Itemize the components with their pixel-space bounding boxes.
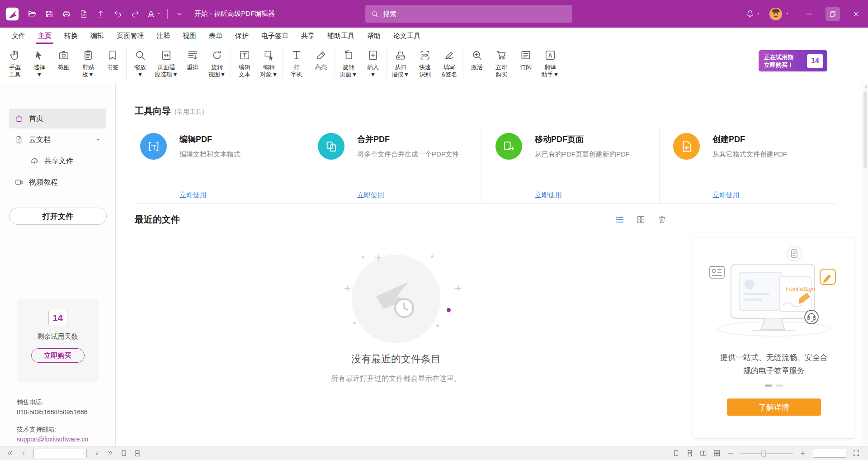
- scroll-up-icon[interactable]: [863, 84, 868, 90]
- ribbon-fit-page-options-button[interactable]: 页面适应选项▼: [152, 46, 180, 78]
- scanner-icon: [395, 47, 406, 64]
- learn-more-button[interactable]: 了解详情: [727, 398, 821, 416]
- sidebar-item-home[interactable]: 首页: [9, 109, 106, 128]
- menu-tab-edit[interactable]: 编辑: [84, 28, 110, 44]
- use-now-link-merge-pdf[interactable]: 立即使用: [357, 191, 384, 199]
- redo-button[interactable]: [127, 6, 143, 22]
- list-view-button[interactable]: [615, 215, 624, 224]
- open-file-button[interactable]: 打开文件: [9, 208, 107, 225]
- reflow-icon: [187, 47, 198, 64]
- trial-banner[interactable]: 正在试用期 立即购买！ 14: [759, 50, 827, 71]
- menu-tab-file[interactable]: 文件: [5, 28, 32, 44]
- menu-tab-form[interactable]: 表单: [203, 28, 229, 44]
- ribbon-activate-label: 激活: [471, 64, 483, 71]
- ribbon-typewriter-button[interactable]: 打字机: [284, 46, 309, 78]
- close-icon: [852, 10, 860, 18]
- ribbon-reflow-button[interactable]: 重排: [180, 46, 205, 71]
- sparkle-dot: [362, 256, 364, 259]
- carousel-dot-1[interactable]: [765, 384, 772, 387]
- zoom-slider-thumb[interactable]: [762, 450, 766, 457]
- zoom-level-input[interactable]: [813, 450, 846, 458]
- notifications-button[interactable]: [743, 5, 763, 23]
- menu-tab-accessibility[interactable]: 辅助工具: [321, 28, 361, 44]
- menu-tab-home[interactable]: 主页: [32, 28, 58, 44]
- close-button[interactable]: [844, 0, 868, 28]
- caret-down-icon: [81, 451, 85, 455]
- ribbon-insert-pages-button[interactable]: 插入▼: [361, 46, 385, 78]
- ribbon-select-tool-button[interactable]: 选择▼: [27, 46, 52, 78]
- restore-button[interactable]: [821, 0, 844, 28]
- ribbon-highlight-button[interactable]: 高亮: [309, 46, 333, 71]
- zoom-out-button[interactable]: [727, 450, 734, 457]
- ribbon-buy-now-button[interactable]: 立即购买: [489, 46, 514, 78]
- zoom-slider[interactable]: [741, 453, 793, 454]
- stamp-tool-button[interactable]: [145, 6, 163, 22]
- ribbon-from-scanner-button[interactable]: 从扫描仪▼: [388, 46, 413, 78]
- ribbon-clipboard-button[interactable]: 剪贴板▼: [76, 46, 100, 78]
- menu-tab-share[interactable]: 共享: [295, 28, 321, 44]
- menu-tab-convert[interactable]: 转换: [58, 28, 84, 44]
- ribbon-translate-assistant-button[interactable]: A翻译助手▼: [538, 46, 562, 78]
- page-number-input[interactable]: [34, 450, 86, 457]
- undo-button[interactable]: [110, 6, 126, 22]
- facing-mode-button[interactable]: [700, 450, 707, 457]
- support-email-link[interactable]: support@foxitsoftware.cn: [17, 434, 88, 444]
- use-now-link-move-pdf-pages[interactable]: 立即使用: [535, 191, 562, 199]
- use-now-link-edit-pdf[interactable]: 立即使用: [179, 191, 207, 199]
- global-search[interactable]: [365, 5, 572, 23]
- ribbon-fill-sign-button[interactable]: 填写&签名: [437, 46, 462, 78]
- next-view-button[interactable]: [134, 450, 141, 457]
- print-button[interactable]: [59, 6, 74, 22]
- window-title: 开始 - 福昕高级PDF编辑器: [194, 9, 275, 18]
- ribbon-subscribe-button[interactable]: 订阅: [514, 46, 538, 71]
- menu-tab-comment[interactable]: 注释: [150, 28, 176, 44]
- grid-view-button[interactable]: [636, 215, 646, 224]
- sidebar-item-shared-files[interactable]: 共享文件: [9, 151, 106, 171]
- carousel-dot-2[interactable]: [776, 384, 783, 387]
- menu-tab-paper-tools[interactable]: 论文工具: [387, 28, 427, 44]
- menu-tab-protect[interactable]: 保护: [229, 28, 255, 44]
- ribbon-insert-pages-label: 插入▼: [367, 64, 379, 78]
- ribbon-separator: [126, 48, 127, 79]
- search-input[interactable]: [383, 10, 567, 18]
- ribbon-activate-button[interactable]: 激活: [465, 46, 489, 71]
- sidebar-item-cloud-docs[interactable]: 云文档: [9, 130, 106, 150]
- ribbon-edit-text-button[interactable]: 编辑文本: [232, 46, 257, 78]
- fit-screen-button[interactable]: [853, 450, 860, 457]
- customize-toolbar-button[interactable]: [172, 6, 187, 22]
- continuous-mode-button[interactable]: [686, 450, 693, 457]
- prev-page-button[interactable]: [20, 450, 27, 457]
- use-now-link-create-pdf[interactable]: 立即使用: [712, 191, 740, 199]
- ribbon-zoom-button[interactable]: 缩放▼: [128, 46, 152, 78]
- sidebar-item-video-tutorials[interactable]: 视频教程: [9, 172, 106, 192]
- minimize-button[interactable]: [797, 0, 821, 28]
- menu-tab-view[interactable]: 视图: [176, 28, 203, 44]
- vertical-scrollbar[interactable]: [862, 83, 868, 446]
- save-button[interactable]: [42, 6, 57, 22]
- ribbon-rotate-pages-button[interactable]: 旋转页面▼: [336, 46, 361, 78]
- last-page-button[interactable]: [107, 450, 114, 457]
- clear-recent-button[interactable]: [657, 215, 667, 224]
- zoom-in-button[interactable]: [799, 450, 807, 457]
- account-avatar-button[interactable]: [766, 5, 792, 23]
- continuous-facing-mode-button[interactable]: [713, 450, 721, 457]
- scrollbar-thumb[interactable]: [863, 91, 867, 168]
- ribbon-rotate-view-button[interactable]: 旋转视图▼: [205, 46, 229, 78]
- ribbon-quick-ocr-button[interactable]: OCR快速识别: [413, 46, 437, 78]
- ribbon-edit-object-button[interactable]: 编辑对象▼: [257, 46, 281, 78]
- ribbon-snapshot-button[interactable]: 截图: [52, 46, 76, 71]
- first-page-button[interactable]: [6, 450, 14, 457]
- share-upload-button[interactable]: [93, 6, 108, 22]
- next-page-button[interactable]: [93, 450, 100, 457]
- buy-now-button[interactable]: 立即购买: [31, 348, 85, 363]
- export-pdf-button[interactable]: [76, 6, 91, 22]
- menu-tab-esign[interactable]: 电子签章: [255, 28, 295, 44]
- prev-view-button[interactable]: [120, 450, 127, 457]
- open-file-button[interactable]: [24, 6, 40, 22]
- ribbon-hand-tool-button[interactable]: 手型工具: [3, 46, 27, 78]
- single-page-mode-button[interactable]: [673, 450, 680, 457]
- menu-tab-help[interactable]: 帮助: [361, 28, 387, 44]
- menu-tab-organize[interactable]: 页面管理: [110, 28, 150, 44]
- ribbon-from-scanner-label: 从扫描仪▼: [392, 64, 409, 78]
- ribbon-bookmark-button[interactable]: 书签: [100, 46, 125, 71]
